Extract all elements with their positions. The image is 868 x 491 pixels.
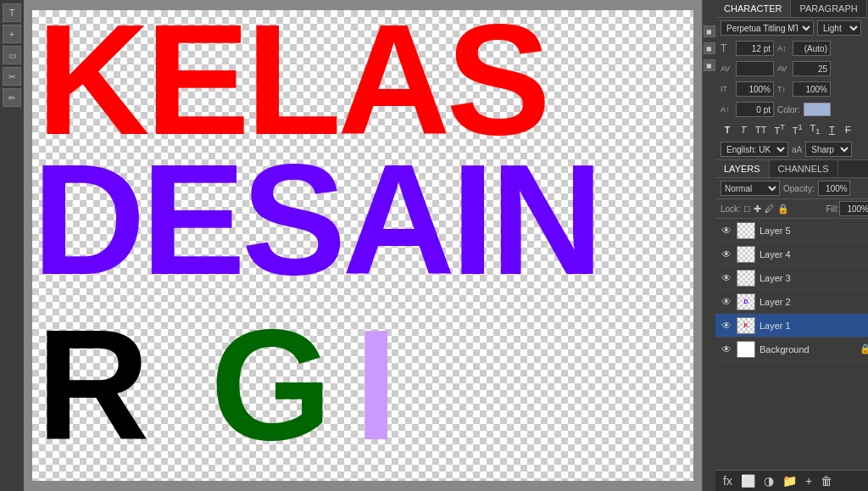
tool-crop[interactable]: ✂: [3, 67, 21, 86]
layer-2-thumb: D: [737, 293, 755, 310]
scale-h-input[interactable]: [736, 81, 774, 97]
tracking-input[interactable]: [793, 61, 831, 76]
lock-label: Lock:: [721, 204, 741, 214]
lock-fill-row: Lock: □ ✚ 🖊 🔒 Fill:: [715, 199, 868, 219]
layer-item-5[interactable]: 👁 Layer 5: [715, 219, 868, 243]
blend-mode-select[interactable]: Normal: [721, 181, 780, 196]
canvas-text-layer: KELAS DESAIN R G I: [32, 10, 693, 481]
aa-label: aA: [792, 145, 802, 154]
layer-item-2[interactable]: 👁 D Layer 2: [715, 290, 868, 314]
kerning-input[interactable]: [736, 61, 774, 76]
tool-move[interactable]: +: [3, 25, 21, 43]
layers-list: 👁 Layer 5 👁 Layer 4 👁: [715, 219, 868, 470]
layer-5-thumb: [737, 222, 755, 239]
right-icon-2[interactable]: ◼: [704, 42, 715, 54]
layer-fx-button[interactable]: fx: [721, 474, 735, 488]
format-bold[interactable]: T: [721, 124, 734, 136]
format-smallcaps[interactable]: TT: [771, 122, 787, 137]
text-g: G: [210, 307, 332, 464]
tab-paragraph[interactable]: PARAGRAPH: [791, 0, 866, 17]
right-icon-1[interactable]: ◼: [704, 25, 715, 37]
tool-brush[interactable]: ✏: [3, 88, 21, 107]
tab-channels[interactable]: CHANNELS: [770, 160, 838, 177]
layer-4-thumb: [737, 246, 755, 263]
layer-1-visibility[interactable]: 👁: [721, 320, 732, 332]
layer-background[interactable]: 👁 Background 🔒: [715, 338, 868, 361]
background-thumb: [737, 341, 755, 358]
format-strikethrough[interactable]: F: [841, 124, 854, 136]
fill-input[interactable]: [839, 201, 868, 216]
format-buttons-row: T T TT TT T1 T1 T F: [715, 120, 868, 139]
lock-icon-image[interactable]: 🖊: [765, 204, 774, 214]
opacity-input[interactable]: [818, 181, 850, 196]
background-lock-icon: 🔒: [860, 343, 868, 354]
format-allcaps[interactable]: TT: [753, 124, 769, 136]
layer-mask-button[interactable]: ⬜: [738, 474, 758, 488]
tab-character[interactable]: CHARACTER: [715, 0, 791, 17]
format-super[interactable]: T1: [790, 122, 805, 137]
right-icon-3[interactable]: ◼: [704, 59, 715, 71]
layer-3-thumb: [737, 270, 755, 287]
scale-row: IT T↕: [715, 79, 868, 99]
font-style-select[interactable]: Light: [817, 20, 861, 36]
color-label: Color:: [777, 105, 800, 114]
tab-layers[interactable]: LAYERS: [715, 160, 770, 177]
text-i: I: [354, 307, 398, 464]
language-select[interactable]: English: UK: [721, 142, 788, 157]
leading-icon: A↕: [777, 44, 789, 53]
leading-input[interactable]: [793, 41, 831, 56]
format-italic[interactable]: T: [737, 124, 750, 136]
canvas-container: KELAS DESAIN R G I: [32, 10, 693, 481]
fill-label: Fill:: [826, 204, 839, 214]
lock-icon-all[interactable]: 🔒: [777, 204, 789, 215]
layer-1-thumb: K: [737, 317, 755, 334]
layer-5-visibility[interactable]: 👁: [721, 225, 732, 237]
layer-2-visibility[interactable]: 👁: [721, 296, 732, 308]
layer-delete-button[interactable]: 🗑: [818, 474, 835, 488]
format-sub[interactable]: T1: [808, 122, 823, 137]
layer-item-1[interactable]: 👁 K Layer 1: [715, 314, 868, 338]
tool-type[interactable]: T: [3, 3, 21, 22]
background-name: Background: [760, 344, 855, 354]
tool-select[interactable]: ▭: [3, 46, 21, 64]
layer-new-button[interactable]: +: [803, 474, 815, 488]
color-swatch[interactable]: [804, 103, 831, 116]
layer-1-name: Layer 1: [760, 321, 868, 331]
lock-icon-move[interactable]: ✚: [754, 204, 761, 215]
main-content: KELAS DESAIN R G I ◼ ◼ ◼ CHARACTER PARAG…: [24, 0, 868, 491]
layer-5-name: Layer 5: [760, 226, 868, 236]
kerning-icon: AV: [721, 64, 732, 73]
left-toolbar: T + ▭ ✂ ✏: [0, 0, 24, 491]
layer-item-3[interactable]: 👁 Layer 3: [715, 266, 868, 290]
scale-h-icon: IT: [721, 85, 732, 93]
layers-tabs: LAYERS CHANNELS: [715, 160, 868, 178]
format-underline[interactable]: T: [825, 124, 838, 136]
scale-v-input[interactable]: [793, 81, 831, 97]
lock-icon-transparent[interactable]: □: [744, 204, 750, 214]
layer-group-button[interactable]: 📁: [780, 474, 799, 488]
baseline-icon: A↑: [721, 105, 732, 114]
character-panel: CHARACTER PARAGRAPH Perpetua Titling MT …: [715, 0, 868, 160]
layer-4-name: Layer 4: [760, 249, 868, 259]
layer-adjustment-button[interactable]: ◑: [761, 474, 776, 488]
background-visibility[interactable]: 👁: [721, 343, 732, 355]
text-desain: DESAIN: [32, 142, 599, 299]
right-panel: CHARACTER PARAGRAPH Perpetua Titling MT …: [715, 0, 868, 491]
font-row: Perpetua Titling MT Light: [715, 18, 868, 38]
font-size-input[interactable]: [736, 41, 774, 56]
right-sidebar-icons: ◼ ◼ ◼: [702, 0, 715, 491]
kerning-tracking-row: AV AV: [715, 59, 868, 79]
scale-v-icon: T↕: [777, 85, 789, 93]
antialiasing-select[interactable]: Sharp Crisp Strong Smooth: [805, 142, 852, 157]
size-icon: T: [721, 42, 732, 54]
character-panel-tabs: CHARACTER PARAGRAPH: [715, 0, 868, 18]
layer-3-visibility[interactable]: 👁: [721, 272, 732, 284]
font-family-select[interactable]: Perpetua Titling MT: [721, 20, 814, 36]
text-r: R: [36, 307, 150, 464]
baseline-input[interactable]: [736, 102, 774, 117]
size-leading-row: T A↕: [715, 38, 868, 59]
layer-4-visibility[interactable]: 👁: [721, 248, 732, 260]
tracking-icon: AV: [777, 64, 789, 73]
layer-item-4[interactable]: 👁 Layer 4: [715, 243, 868, 266]
layers-panel: LAYERS CHANNELS Normal Opacity: Lock: □ …: [715, 160, 868, 491]
